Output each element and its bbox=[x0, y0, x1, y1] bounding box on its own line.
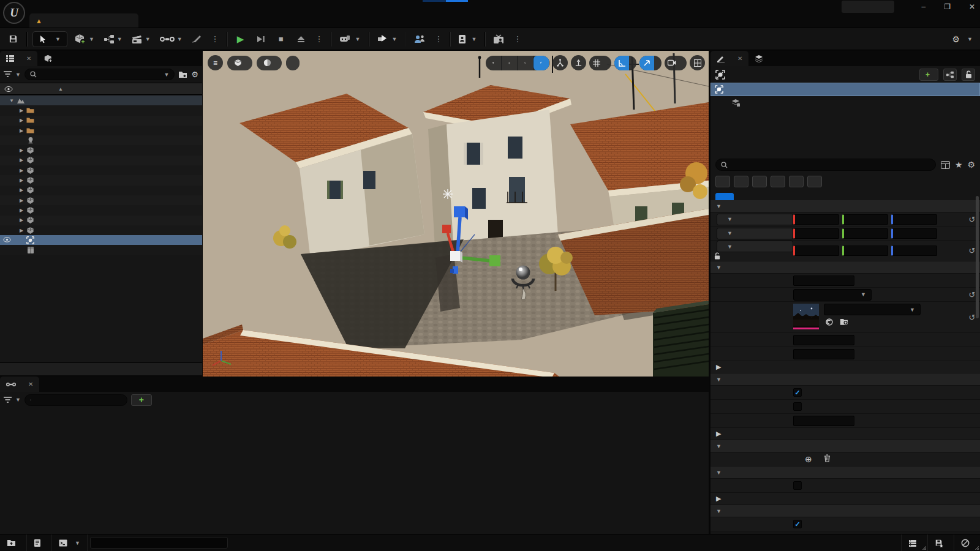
pixel-streaming-dropdown[interactable]: ▼ bbox=[375, 31, 400, 47]
filter-icon[interactable] bbox=[4, 397, 12, 403]
minimize-button[interactable]: – bbox=[921, 2, 925, 11]
edit-blueprint-button[interactable] bbox=[943, 69, 957, 81]
view-mode-dropdown[interactable] bbox=[257, 56, 282, 70]
add-actor-dropdown[interactable]: ▼ bbox=[72, 31, 97, 47]
maximize-button[interactable]: ❐ bbox=[944, 2, 951, 11]
outliner-row[interactable]: ▶ bbox=[0, 145, 202, 155]
value-input[interactable] bbox=[793, 276, 854, 286]
outliner-row[interactable]: ▶ bbox=[0, 156, 202, 165]
details-scrollbar[interactable] bbox=[976, 196, 979, 318]
show-dropdown[interactable] bbox=[286, 56, 300, 70]
sequencer-dropdown[interactable]: ▼ bbox=[157, 31, 185, 47]
favorites-icon[interactable]: ★ bbox=[955, 160, 963, 170]
category-chip-streaming[interactable] bbox=[807, 176, 822, 187]
value-input[interactable] bbox=[793, 416, 854, 426]
close-button[interactable]: ✕ bbox=[969, 2, 975, 11]
chevron-down-icon[interactable]: ▼ bbox=[15, 72, 21, 78]
tab-place-actors[interactable] bbox=[37, 51, 63, 66]
section-header[interactable]: ▼ bbox=[710, 200, 980, 212]
vector-field-x[interactable] bbox=[793, 246, 839, 256]
axis-set-dropdown[interactable]: ▼ bbox=[717, 241, 793, 252]
category-chip-general[interactable] bbox=[715, 176, 730, 187]
vector-field-y[interactable] bbox=[842, 214, 888, 225]
display-filter-icon[interactable] bbox=[941, 161, 950, 169]
section-header[interactable]: ▼ bbox=[710, 440, 980, 452]
chevron-right-icon[interactable]: ▶ bbox=[18, 108, 24, 113]
collaboration-button[interactable] bbox=[411, 31, 428, 47]
chevron-down-icon[interactable]: ▼ bbox=[9, 98, 15, 103]
toolbar-overflow-button[interactable]: ⋮ bbox=[209, 34, 221, 43]
checkbox[interactable]: ✓ bbox=[793, 520, 802, 528]
outliner-row[interactable] bbox=[0, 245, 202, 255]
component-row-capture[interactable] bbox=[710, 96, 980, 110]
coordinate-system-button[interactable] bbox=[552, 55, 568, 70]
vector-field-z[interactable] bbox=[891, 246, 937, 256]
cubemap-thumbnail[interactable] bbox=[793, 304, 819, 331]
outliner-row[interactable]: ▼ bbox=[0, 96, 202, 105]
vector-field-y[interactable] bbox=[842, 228, 888, 239]
content-drawer-button[interactable] bbox=[0, 534, 27, 551]
cmd-dropdown[interactable]: ▼ bbox=[52, 534, 88, 551]
chevron-right-icon[interactable]: ▶ bbox=[18, 198, 24, 203]
maximize-viewport-button[interactable] bbox=[690, 55, 705, 70]
vector-field-z[interactable] bbox=[891, 214, 937, 225]
unreal-logo[interactable]: U bbox=[3, 2, 25, 24]
viewport-options-button[interactable]: ≡ bbox=[208, 55, 223, 70]
grid-snap-control[interactable] bbox=[589, 56, 611, 70]
chevron-right-icon[interactable]: ▶ bbox=[18, 178, 24, 183]
chevron-right-icon[interactable]: ▶ bbox=[18, 157, 24, 163]
category-chip-misc[interactable] bbox=[752, 176, 767, 187]
chevron-right-icon[interactable]: ▶ bbox=[18, 208, 24, 213]
scale-snap-control[interactable] bbox=[639, 56, 662, 70]
close-icon[interactable]: ✕ bbox=[26, 55, 31, 62]
chevron-right-icon[interactable]: ▶ bbox=[18, 118, 24, 123]
stop-button[interactable]: ■ bbox=[273, 31, 289, 47]
cinematics-dropdown[interactable]: ▼ bbox=[129, 31, 153, 47]
add-space-button[interactable]: + bbox=[131, 394, 152, 406]
advanced-row[interactable]: ▶ bbox=[710, 361, 980, 373]
perspective-dropdown[interactable] bbox=[227, 56, 252, 70]
eject-button[interactable] bbox=[293, 31, 309, 47]
vector-field-x[interactable] bbox=[793, 228, 839, 239]
value-dropdown[interactable]: ▼ bbox=[793, 289, 872, 301]
vector-field-z[interactable] bbox=[891, 228, 937, 239]
outliner-settings-icon[interactable]: ⚙ bbox=[191, 70, 198, 79]
checkbox[interactable] bbox=[793, 481, 802, 490]
outliner-row[interactable]: ▶ bbox=[0, 165, 202, 175]
details-search[interactable] bbox=[715, 159, 936, 171]
vector-field-y[interactable] bbox=[842, 246, 888, 256]
spaces-search-input[interactable] bbox=[35, 396, 122, 403]
category-chip-rendering[interactable] bbox=[789, 176, 804, 187]
blueprints-dropdown[interactable]: ▼ bbox=[101, 31, 125, 47]
lock-details-button[interactable] bbox=[962, 69, 975, 81]
close-icon[interactable]: ✕ bbox=[737, 55, 742, 62]
category-chip-lod[interactable] bbox=[734, 176, 748, 187]
axis-set-dropdown[interactable]: ▼ bbox=[717, 214, 793, 225]
play-options-button[interactable]: ⋮ bbox=[314, 34, 325, 43]
chevron-right-icon[interactable]: ▶ bbox=[18, 187, 24, 193]
close-icon[interactable]: ✕ bbox=[28, 381, 33, 388]
details-search-input[interactable] bbox=[731, 161, 930, 168]
chevron-down-icon[interactable]: ▼ bbox=[15, 397, 21, 403]
move-tool-button[interactable] bbox=[502, 56, 518, 70]
remote-options-button[interactable]: ⋮ bbox=[511, 34, 523, 43]
outliner-row[interactable] bbox=[0, 135, 202, 145]
console-command-input[interactable] bbox=[90, 537, 228, 549]
remote-session-button[interactable] bbox=[491, 31, 507, 47]
platforms-dropdown[interactable]: ▼ bbox=[337, 31, 363, 47]
level-tab-main[interactable]: ▲ bbox=[29, 13, 138, 28]
section-header[interactable]: ▼ bbox=[710, 261, 980, 274]
advanced-row[interactable]: ▶ bbox=[710, 493, 980, 505]
surface-snapping-button[interactable] bbox=[571, 55, 586, 70]
collaboration-options-button[interactable]: ⋮ bbox=[432, 34, 444, 43]
checkbox[interactable]: ✓ bbox=[793, 388, 802, 397]
save-button[interactable] bbox=[5, 31, 21, 47]
rotation-snap-control[interactable] bbox=[614, 56, 636, 70]
outliner-row[interactable]: ▶ bbox=[0, 116, 202, 126]
component-row-instance[interactable] bbox=[710, 83, 980, 96]
outliner-row[interactable]: ▶ bbox=[0, 225, 202, 235]
spaces-search[interactable] bbox=[24, 394, 127, 406]
tab-outliner[interactable]: ✕ bbox=[0, 51, 37, 66]
unsaved-button[interactable] bbox=[927, 534, 954, 551]
vector-field-x[interactable] bbox=[793, 214, 839, 225]
